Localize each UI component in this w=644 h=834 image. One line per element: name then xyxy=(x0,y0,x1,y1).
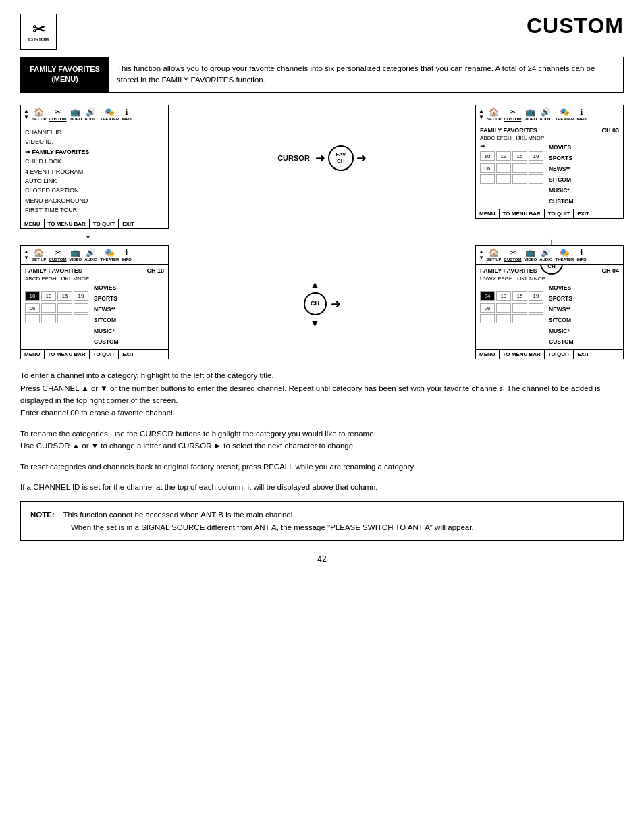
description-box: FAMILY FAVORITES(MENU) This function all… xyxy=(20,57,624,93)
cell-empty-1 xyxy=(496,163,511,173)
fav-num-row-2-br: 06 xyxy=(480,303,543,313)
menu-bg: MENU BACKGROUND xyxy=(25,196,164,205)
nav-arrows-right: ▲ ▼ xyxy=(479,108,484,120)
fav-col-headers-bl: ABCD EFGH IJKL MNOP xyxy=(25,276,164,282)
cell-06-bl: 06 xyxy=(25,303,40,313)
fav-content-tr: FAMILY FAVORITES CH 03 ABDC EFGH IJKL MN… xyxy=(476,124,623,209)
footer-exit-br: EXIT xyxy=(574,350,593,359)
fav-arrow-bl xyxy=(25,283,88,289)
cell-e3-bl xyxy=(74,303,88,313)
cursor-label: CURSOR xyxy=(277,154,310,162)
body-para-1: To enter a channel into a category, high… xyxy=(20,369,624,382)
cell-empty-4 xyxy=(480,174,495,184)
cell-e1-br xyxy=(496,303,511,313)
toolbar-top-left: ▲ ▼ 🏠 SET UP ✂ CUSTOM 📺 VIDEO xyxy=(21,105,168,125)
page-number: 42 xyxy=(20,554,624,564)
ch-button[interactable]: CH xyxy=(304,292,327,315)
cell-e6-bl xyxy=(57,314,72,323)
scissors-icon: ✂ xyxy=(32,22,45,37)
page-header: ✂ CUSTOM CUSTOM xyxy=(20,14,624,50)
fav-ch-button[interactable]: FAV CH xyxy=(328,145,354,171)
nav-arrows-br: ▲ ▼ xyxy=(479,249,484,261)
fav-cats-bl: MOVIES SPORTS NEWS** SITCOM MUSIC* CUSTO… xyxy=(94,283,119,346)
cell-10-bl: 10 xyxy=(25,291,40,301)
body-para-5: Use CURSOR ▲ or ▼ to change a letter and… xyxy=(20,440,624,452)
cell-06-br: 06 xyxy=(480,303,495,313)
fav-arrow-br xyxy=(480,283,543,289)
screen-top-right: ▲ ▼ 🏠 SET UP ✂ CUSTOM 📺 VIDEO xyxy=(475,105,624,219)
toolbar-theater-r: 🎭 THEATER xyxy=(555,107,574,122)
cell-e2-bl xyxy=(57,303,72,313)
toolbar-custom-r: ✂ CUSTOM xyxy=(504,107,522,122)
footer-menu-br: MENU xyxy=(476,350,500,359)
fav-col-headers-br: UVWX EFGH IJKL MNOP xyxy=(480,276,619,282)
fav-num-row-2-bl: 06 xyxy=(25,303,88,313)
desc-label: FAMILY FAVORITES(MENU) xyxy=(21,57,109,92)
fav-content-br: FAMILY FAVORITES CH 04 UVWX EFGH IJKL MN… xyxy=(476,265,623,349)
footer-exit-bl: EXIT xyxy=(119,350,138,359)
cell-19-tr: 19 xyxy=(529,151,543,161)
fav-num-row-1-br: 04 13 15 19 xyxy=(480,291,543,301)
fav-title-row-br: FAMILY FAVORITES CH 04 xyxy=(480,267,619,274)
footer-bottom-left: MENU TO MENU BAR TO QUIT EXIT xyxy=(21,349,168,359)
fav-cats-br: MOVIES SPORTS NEWS** SITCOM MUSIC* CUSTO… xyxy=(549,283,574,346)
menu-family-fav: FAMILY FAVORITES xyxy=(25,147,164,157)
cell-13-bl: 13 xyxy=(41,291,56,301)
fav-grid-tr: ➜ 10 13 15 19 06 xyxy=(480,142,619,206)
cat-news-bl: NEWS** xyxy=(94,305,119,314)
fav-title-row-bl: FAMILY FAVORITES CH 10 xyxy=(25,267,164,274)
fav-title-row-tr: FAMILY FAVORITES CH 03 xyxy=(480,127,619,134)
note-text-indent: When the set is in a SIGNAL SOURCE diffe… xyxy=(71,521,474,533)
cat-sports-bl: SPORTS xyxy=(94,294,119,303)
up-arrow-ch: ▲ xyxy=(311,279,320,290)
diagrams-container: ▲ ▼ 🏠 SET UP ✂ CUSTOM 📺 VIDEO xyxy=(20,105,624,360)
toolbar-setup-bl: 🏠 SET UP xyxy=(32,248,47,263)
cell-15-tr: 15 xyxy=(512,151,527,161)
note-label: NOTE: xyxy=(30,511,61,519)
arrow-from-fav: ➜ xyxy=(356,151,367,165)
body-text-4: If a CHANNEL ID is set for the channel a… xyxy=(20,481,624,493)
screen-top-left: ▲ ▼ 🏠 SET UP ✂ CUSTOM 📺 VIDEO xyxy=(20,105,169,229)
arrow-to-fav: ➜ xyxy=(315,151,325,165)
fav-left-col-br: 04 13 15 19 06 xyxy=(480,283,543,323)
footer-menu: MENU xyxy=(21,219,45,228)
body-text-3: To reset categories and channels back to… xyxy=(20,461,624,473)
footer-quit-br: TO QUIT xyxy=(545,350,574,359)
toolbar-video: 📺 VIDEO xyxy=(69,107,82,122)
cell-e5-bl xyxy=(41,314,56,323)
note-box: NOTE: This function cannot be accessed w… xyxy=(20,501,624,541)
arrow-down-left-sym: ↓ xyxy=(84,224,92,242)
footer-quit-bl: TO QUIT xyxy=(90,350,119,359)
page-title: CUSTOM xyxy=(527,14,624,38)
fav-title-tr: FAMILY FAVORITES xyxy=(480,127,537,134)
cell-06-tr: 06 xyxy=(480,163,495,173)
cell-15-br: 15 xyxy=(512,291,527,301)
footer-menubar-tr: TO MENU BAR xyxy=(500,209,545,218)
toolbar-info-bl: ℹ INFO xyxy=(122,248,131,263)
menu-closed-caption: CLOSED CAPTION xyxy=(25,186,164,195)
toolbar-audio-br: 🔊 AUDIO xyxy=(539,248,552,263)
cell-empty-3 xyxy=(529,163,543,173)
toolbar-bottom-left: ▲ ▼ 🏠 SET UP ✂ CUSTOM 📺 VIDEO xyxy=(21,246,168,265)
fav-num-row-3-br xyxy=(480,314,543,323)
cell-empty-6 xyxy=(512,174,527,184)
fav-title-br: FAMILY FAVORITES xyxy=(480,267,537,274)
right-top-section: ▲ ▼ 🏠 SET UP ✂ CUSTOM 📺 VIDEO xyxy=(475,105,624,219)
footer-exit: EXIT xyxy=(119,219,138,228)
menu-first-time: FIRST TIME TOUR xyxy=(25,205,164,215)
fav-left-col-bl: 10 13 15 19 06 xyxy=(25,283,88,323)
cell-e7-bl xyxy=(74,314,88,323)
footer-menu-tr: MENU xyxy=(476,209,500,218)
footer-quit-tr: TO QUIT xyxy=(545,209,574,218)
fav-num-row-1-bl: 10 13 15 19 xyxy=(25,291,88,301)
footer-quit: TO QUIT xyxy=(90,219,119,228)
note-text-1: This function cannot be accessed when AN… xyxy=(63,511,294,519)
body-text-2: To rename the categories, use the CURSOR… xyxy=(20,427,624,452)
footer-bottom-right: MENU TO MENU BAR TO QUIT EXIT xyxy=(476,349,623,359)
body-para-3: Enter channel 00 to erase a favorite cha… xyxy=(20,407,624,419)
body-para-2: Press CHANNEL ▲ or ▼ or the number butto… xyxy=(20,382,624,407)
right-bottom-section: ▲ ▼ 🏠 SET UP ✂ CUSTOM 📺 VIDEO xyxy=(475,245,624,360)
cell-19-bl: 19 xyxy=(74,291,88,301)
cat-music-bl: MUSIC* xyxy=(94,326,119,336)
cell-04-br: 04 xyxy=(480,291,495,301)
